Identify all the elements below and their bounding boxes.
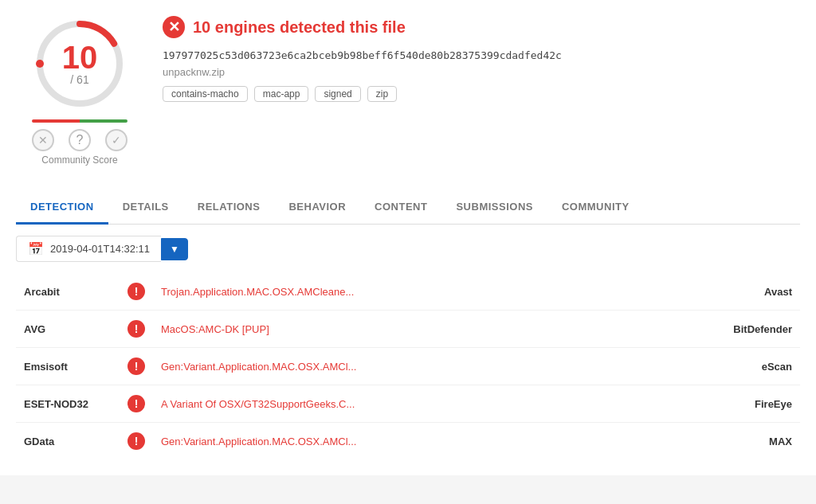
- threat-alert-icon: !: [128, 320, 145, 338]
- gauge-circle: 10 / 61: [32, 16, 128, 111]
- threat-alert-icon: !: [128, 357, 145, 375]
- threat-alert-icon: !: [128, 432, 145, 450]
- tag-zip[interactable]: zip: [367, 86, 397, 102]
- tag-signed[interactable]: signed: [315, 86, 360, 102]
- file-hash[interactable]: 197977025c53d063723e6ca2bceb9b98beff6f54…: [163, 49, 800, 61]
- gauge-number: 10 / 61: [62, 41, 98, 86]
- threat-name-1[interactable]: MacOS:AMC-DK [PUP]: [153, 311, 631, 348]
- filename: unpacknw.zip: [163, 66, 800, 78]
- date-filter: 📅 2019-04-01T14:32:11 ▼: [16, 236, 800, 273]
- table-row: AVG ! MacOS:AMC-DK [PUP] BitDefender: [16, 311, 800, 348]
- tab-submissions[interactable]: SUBMISSIONS: [441, 189, 547, 224]
- community-score-icons: ✕ ? ✓: [32, 129, 128, 151]
- tabs-bar: DETECTION DETAILS RELATIONS BEHAVIOR CON…: [16, 189, 800, 225]
- threat-name-4[interactable]: Gen:Variant.Application.MAC.OSX.AMCl...: [153, 423, 631, 460]
- info-section: ✕ 10 engines detected this file 19797702…: [163, 16, 800, 102]
- engine-name-left-3: ESET-NOD32: [16, 385, 120, 423]
- date-dropdown-button[interactable]: ▼: [161, 238, 188, 260]
- threat-name-3[interactable]: A Variant Of OSX/GT32SupportGeeks.C...: [153, 385, 631, 423]
- community-like-icon[interactable]: ✓: [105, 129, 128, 151]
- threat-icon-1: !: [120, 311, 153, 348]
- table-row: GData ! Gen:Variant.Application.MAC.OSX.…: [16, 423, 800, 460]
- community-dislike-icon[interactable]: ✕: [32, 129, 54, 151]
- calendar-icon: 📅: [28, 241, 44, 256]
- community-question-icon: ?: [69, 129, 91, 151]
- threat-name-0[interactable]: Trojan.Application.MAC.OSX.AMCleane...: [153, 273, 631, 311]
- table-row: Arcabit ! Trojan.Application.MAC.OSX.AMC…: [16, 273, 800, 311]
- score-value: 10: [62, 41, 98, 73]
- threat-icon-4: !: [120, 423, 153, 460]
- tab-community[interactable]: COMMUNITY: [547, 189, 644, 224]
- engine-name-left-1: AVG: [16, 311, 120, 348]
- engine-name-right-0: Avast: [631, 273, 800, 311]
- detection-header: ✕ 10 engines detected this file: [163, 16, 800, 38]
- table-row: Emsisoft ! Gen:Variant.Application.MAC.O…: [16, 348, 800, 385]
- engine-name-left: Arcabit: [16, 273, 120, 311]
- threat-name-2[interactable]: Gen:Variant.Application.MAC.OSX.AMCl...: [153, 348, 631, 385]
- table-row: ESET-NOD32 ! A Variant Of OSX/GT32Suppor…: [16, 385, 800, 423]
- tag-mac-app[interactable]: mac-app: [254, 86, 309, 102]
- svg-point-2: [36, 60, 44, 68]
- score-total: / 61: [70, 73, 88, 86]
- threat-icon-2: !: [120, 348, 153, 385]
- tab-detection[interactable]: DETECTION: [16, 189, 108, 224]
- tab-content[interactable]: CONTENT: [360, 189, 441, 224]
- error-icon: ✕: [163, 16, 185, 38]
- tab-behavior[interactable]: BEHAVIOR: [274, 189, 360, 224]
- date-value: 2019-04-01T14:32:11: [50, 243, 150, 255]
- community-score-label: Community Score: [41, 154, 117, 166]
- tags-container: contains-macho mac-app signed zip: [163, 86, 800, 102]
- engine-name-right-3: FireEye: [631, 385, 800, 423]
- results-table: Arcabit ! Trojan.Application.MAC.OSX.AMC…: [16, 273, 800, 459]
- date-select-button[interactable]: 📅 2019-04-01T14:32:11: [16, 236, 161, 262]
- score-section: 10 / 61 ✕ ? ✓ Community Score: [16, 16, 143, 166]
- top-section: 10 / 61 ✕ ? ✓ Community Score ✕ 10 engin…: [16, 16, 800, 182]
- detection-title: 10 engines detected this file: [193, 18, 406, 37]
- engine-name-right-2: eScan: [631, 348, 800, 385]
- engine-name-left-2: Emsisoft: [16, 348, 120, 385]
- threat-alert-icon: !: [128, 395, 145, 412]
- engine-name-right-1: BitDefender: [631, 311, 800, 348]
- engine-name-right-4: MAX: [631, 423, 800, 460]
- engine-name-left-4: GData: [16, 423, 120, 460]
- tab-details[interactable]: DETAILS: [108, 189, 183, 224]
- threat-alert-icon: !: [128, 283, 145, 300]
- threat-icon-3: !: [120, 385, 153, 423]
- tag-contains-macho[interactable]: contains-macho: [163, 86, 248, 102]
- threat-icon-0: !: [120, 273, 153, 311]
- community-score-bar: [32, 119, 128, 123]
- chevron-down-icon: ▼: [170, 244, 179, 255]
- tab-relations[interactable]: RELATIONS: [183, 189, 275, 224]
- community-score-section: ✕ ? ✓ Community Score: [16, 119, 143, 166]
